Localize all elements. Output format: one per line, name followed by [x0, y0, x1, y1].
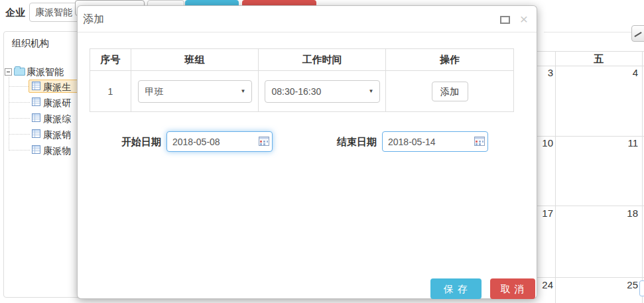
department-icon [32, 97, 40, 106]
department-icon [32, 145, 40, 154]
dialog-header: 添加 × [78, 6, 537, 32]
col-header-action: 操作 [386, 49, 514, 71]
company-label: 企业 [5, 7, 25, 19]
calendar-gridline [536, 51, 644, 52]
end-date-input[interactable] [382, 131, 488, 152]
row-index: 1 [90, 71, 131, 112]
cancel-button[interactable]: 取 消 [490, 278, 535, 299]
dialog-title: 添加 [83, 6, 104, 32]
calendar-day-cell[interactable]: 11 [608, 137, 638, 149]
tree-expander-icon[interactable] [5, 68, 12, 76]
add-row-button[interactable]: 添加 [432, 82, 468, 101]
tree-item-4[interactable]: 康派销 [43, 129, 71, 141]
calendar-icon[interactable] [259, 137, 269, 146]
chevron-down-icon: ▼ [241, 81, 246, 102]
end-date-label: 结束日期 [337, 132, 377, 152]
department-icon [32, 113, 40, 122]
chevron-down-icon: ▼ [369, 81, 374, 102]
tree-connector [9, 134, 30, 135]
col-header-worktime: 工作时间 [259, 49, 386, 71]
tree-connector [9, 150, 30, 151]
tree-item-root[interactable]: 康派智能 [27, 66, 64, 78]
tree-connector [9, 77, 9, 151]
team-select[interactable]: 甲班 ▼ [138, 80, 252, 103]
calendar-day-cell[interactable]: 25 [608, 279, 638, 290]
col-header-index: 序号 [90, 49, 131, 71]
tree-item-5[interactable]: 康派物 [43, 145, 71, 157]
start-date-input[interactable] [166, 131, 273, 152]
col-header-team: 班组 [131, 49, 259, 71]
worktime-select-value: 08:30-16:30 [272, 86, 322, 97]
calendar-weekday-friday: 五 [555, 53, 642, 66]
shift-table-header-row: 序号 班组 工作时间 操作 [90, 49, 514, 71]
tree-item-3[interactable]: 康派综 [43, 113, 71, 125]
calendar-event-fragment[interactable] [639, 280, 644, 296]
calendar-gridline [536, 136, 644, 137]
folder-icon [14, 68, 25, 76]
calendar-day-cell[interactable]: 4 [608, 67, 638, 78]
calendar-gridline [555, 51, 556, 303]
calendar-gridline [536, 277, 644, 278]
calendar-gridline [536, 66, 644, 66]
shift-table: 序号 班组 工作时间 操作 1 甲班 ▼ 08:30-16:30 ▼ [90, 48, 514, 112]
save-button[interactable]: 保 存 [430, 278, 482, 299]
calendar-day-cell[interactable]: 18 [608, 208, 638, 219]
nav-arrow-icon [634, 32, 641, 37]
calendar-gridline [642, 51, 643, 303]
department-icon [32, 82, 40, 90]
tree-connector [9, 86, 30, 87]
calendar-nav-button[interactable] [631, 25, 644, 42]
calendar-icon[interactable] [474, 137, 485, 146]
start-date-field [166, 131, 273, 152]
worktime-select[interactable]: 08:30-16:30 ▼ [265, 80, 380, 103]
close-icon[interactable]: × [520, 10, 528, 29]
calendar-gridline [536, 206, 644, 206]
shift-table-row: 1 甲班 ▼ 08:30-16:30 ▼ 添加 [90, 71, 514, 112]
team-select-value: 甲班 [145, 86, 164, 97]
calendar-toolbar-border [544, 32, 644, 32]
add-dialog: 添加 × 序号 班组 工作时间 操作 1 甲班 ▼ [77, 5, 537, 299]
page: 企业 组织机构 康派智能 康派生 康派研 康派综 康派销 康派物 五 3 10 … [0, 0, 644, 303]
organization-panel-title: 组织机构 [12, 38, 49, 50]
maximize-icon[interactable] [500, 16, 510, 24]
end-date-field [382, 131, 488, 152]
tree-item-1[interactable]: 康派生 [43, 82, 71, 93]
department-icon [32, 129, 40, 138]
tree-connector [9, 118, 30, 119]
tree-connector [9, 102, 30, 103]
tree-item-2[interactable]: 康派研 [43, 97, 71, 109]
start-date-label: 开始日期 [121, 132, 161, 152]
